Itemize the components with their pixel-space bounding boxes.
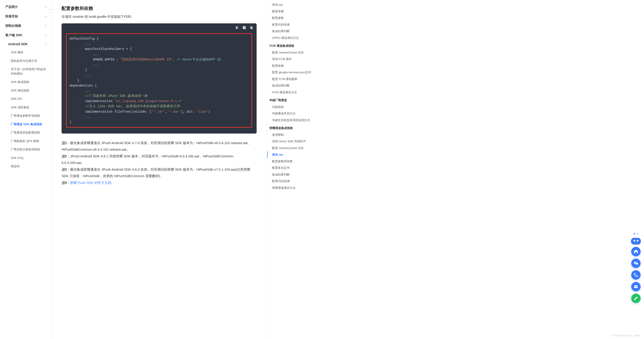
section-heading: 配置参数和依赖 bbox=[62, 6, 256, 12]
toc-item[interactable]: 使用限制 bbox=[267, 132, 320, 138]
toc-item[interactable]: 荣耀通道集成指南 bbox=[267, 125, 320, 132]
nav-quick-start[interactable]: 快速开始 bbox=[0, 12, 51, 21]
note-3: 注3：极光集成荣耀通道在 JPush Android SDK 4.8.3 添加，… bbox=[62, 166, 256, 179]
nav-console-guide[interactable]: 控制台指南 bbox=[0, 21, 51, 31]
support-headset-button[interactable] bbox=[631, 247, 641, 256]
code-content: defaultConfig { ... manifestPlaceholders… bbox=[70, 36, 249, 125]
sidebar-item[interactable]: 厂商限额及 QPS 限制 bbox=[11, 137, 51, 145]
sidebar-item[interactable]: SDK API bbox=[11, 95, 51, 103]
notes-section: 注1：极光集成荣耀通道在 JPush Android SDK 4.7.0 添加，… bbox=[62, 140, 256, 186]
code-block: defaultConfig { ... manifestPlaceholders… bbox=[62, 23, 256, 134]
theme-toggle-icon[interactable] bbox=[235, 26, 239, 30]
toc-item[interactable]: 华硕支持机型和系统说明方式 bbox=[267, 117, 320, 124]
edit-feedback-button[interactable] bbox=[631, 293, 641, 303]
sidebar-item[interactable]: SDK 调试指南 bbox=[11, 86, 51, 95]
sidebar-item[interactable]: 厂商消息分类使用指南 bbox=[11, 145, 51, 154]
float-widget-stack bbox=[631, 233, 641, 303]
section-desc: 在项目 module 的 build.gradle 中添加如下代码: bbox=[62, 15, 256, 19]
chatbot-dots-icon bbox=[634, 233, 638, 235]
toc-item[interactable]: 配置 FCM 通知图标 bbox=[267, 76, 320, 83]
toc-item[interactable]: 配置 google-services.json文件 bbox=[267, 69, 320, 76]
nav-label: 客户端 SDK bbox=[6, 33, 22, 37]
nav-client-sdk[interactable]: 客户端 SDK bbox=[0, 31, 51, 40]
svg-rect-0 bbox=[243, 26, 246, 29]
nav-label: 产品简介 bbox=[6, 5, 18, 9]
copy-icon[interactable] bbox=[250, 26, 254, 30]
sidebar-item[interactable]: SDK 进阶教程 bbox=[11, 103, 51, 112]
chatbot-avatar-icon[interactable] bbox=[631, 238, 641, 245]
sidebar-item[interactable]: SDK 集成指南 bbox=[11, 78, 51, 86]
toc-item[interactable]: FCM 通道测试方法 bbox=[267, 89, 320, 96]
toc-item[interactable]: 添加 Honor SDK 到项目中 bbox=[267, 138, 320, 145]
toc-item[interactable]: 配置签名证书 bbox=[267, 165, 320, 171]
nav-product-intro[interactable]: 产品简介 bbox=[0, 2, 51, 12]
svg-rect-4 bbox=[637, 252, 638, 253]
toc-item[interactable]: 华硕通道开启方法 bbox=[267, 110, 320, 117]
note-1: 注1：极光集成荣耀通道在 JPush Android SDK 4.7.0 添加，… bbox=[62, 140, 256, 153]
sidebar-item[interactable]: 厂商通道参数申请指南 bbox=[11, 112, 51, 120]
toc-item[interactable]: 添加 aar bbox=[267, 1, 320, 8]
nav-android-sdk[interactable]: Android SDK bbox=[8, 40, 51, 48]
toc-item[interactable]: FCM 通道集成指南 bbox=[267, 43, 320, 49]
nav-label: Android SDK bbox=[8, 42, 28, 46]
sidebar-item[interactable]: 关于进一步加强用户权益保护的通知 bbox=[11, 65, 51, 78]
note-2: 注2：JPush Android SDK 4.8.1 升级荣耀 SDK 版本，对… bbox=[62, 153, 256, 166]
sidebar-item[interactable]: 隐私政策与合规引导 bbox=[11, 57, 51, 65]
svg-rect-1 bbox=[251, 27, 252, 29]
toc-item[interactable]: 配置代码混淆 bbox=[267, 178, 320, 185]
toc-item[interactable]: 配置参数和依赖 bbox=[267, 158, 320, 165]
svg-rect-3 bbox=[634, 252, 635, 253]
sidebar-item[interactable]: 错误码 bbox=[11, 162, 51, 171]
toc-item[interactable]: 添加 FCM 插件 bbox=[267, 56, 320, 63]
wechat-button[interactable] bbox=[631, 258, 641, 268]
toc-item[interactable]: 功能描述 bbox=[267, 104, 320, 110]
wrap-toggle-icon[interactable] bbox=[242, 26, 246, 30]
toc-item[interactable]: 荣耀通道测试方法 bbox=[267, 185, 320, 191]
toc-item[interactable]: 添加 aar bbox=[267, 151, 320, 158]
email-button[interactable] bbox=[631, 282, 641, 291]
note-4: 注4：荣耀 Push SDK 的官方文档. bbox=[62, 180, 256, 186]
toc-item[interactable]: 配置 mavenCentral 支持 bbox=[267, 49, 320, 56]
nav-label: 快速开始 bbox=[6, 15, 18, 19]
sidebar-item[interactable]: SDK 概述 bbox=[11, 48, 51, 57]
nav-label: 控制台指南 bbox=[6, 24, 21, 28]
left-sidebar: 产品简介 快速开始 控制台指南 客户端 SDK Android SDK SDK … bbox=[0, 0, 51, 339]
toc-item[interactable]: 华硕厂商通道 bbox=[267, 97, 320, 104]
toc-item[interactable]: 配置参数 bbox=[267, 15, 320, 21]
toc-item[interactable]: 配置 mavenCentral 支持 bbox=[267, 145, 320, 152]
toc-item[interactable]: 配置依赖 bbox=[267, 63, 320, 69]
collapse-sidebar-button[interactable] bbox=[48, 7, 54, 13]
honor-push-sdk-link[interactable]: 荣耀 Push SDK 的官方文档 bbox=[70, 181, 111, 185]
toc-item[interactable]: 配置代码混淆 bbox=[267, 21, 320, 28]
main-content: 配置参数和依赖 在项目 module 的 build.gradle 中添加如下代… bbox=[51, 0, 267, 339]
toc-item[interactable]: OPPO 通道测试方法 bbox=[267, 35, 320, 41]
toc-item[interactable]: 集成结果判断 bbox=[267, 171, 320, 178]
right-toc: 添加 aar配置依赖配置参数配置代码混淆集成结果判断OPPO 通道测试方法FCM… bbox=[267, 0, 320, 339]
toc-item[interactable]: 配置依赖 bbox=[267, 8, 320, 15]
code-highlighted-region: defaultConfig { ... manifestPlaceholders… bbox=[66, 33, 252, 128]
phone-button[interactable] bbox=[631, 270, 641, 280]
toc-item[interactable]: 集成结果判断 bbox=[267, 28, 320, 35]
sidebar-item[interactable]: SDK FAQ bbox=[11, 154, 51, 162]
sidebar-item[interactable]: 厂商通道回执配置指南 bbox=[11, 128, 51, 137]
watermark-text: CSDN @sheng_er_sheng bbox=[612, 334, 640, 337]
sidebar-item[interactable]: 厂商通道 SDK 集成指南 bbox=[11, 120, 51, 129]
toc-item[interactable]: 集成结果判断 bbox=[267, 82, 320, 89]
